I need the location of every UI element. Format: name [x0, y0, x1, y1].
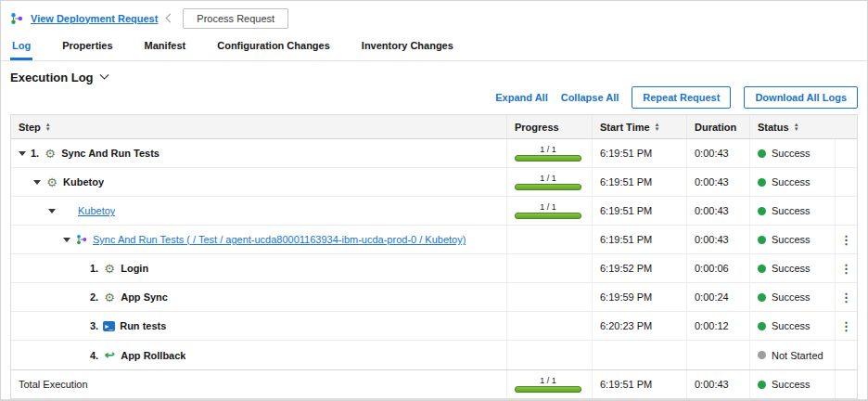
collapse-all-link[interactable]: Collapse All [561, 92, 619, 103]
tab-properties[interactable]: Properties [60, 36, 114, 60]
step-cell: 4.↩App Rollback [11, 341, 506, 369]
log-row: 1.⚙Login6:19:52 PM0:00:06Success⋮ [11, 254, 857, 283]
column-header-step[interactable]: Step▲▼ [11, 115, 506, 138]
view-deployment-request-link[interactable]: View Deployment Request [31, 13, 158, 24]
table-header-row: Step▲▼ProgressStart Time▲▼DurationStatus… [11, 115, 857, 139]
duration-cell [686, 341, 749, 369]
step-link[interactable]: Kubetoy [78, 205, 115, 216]
log-toolbar: Expand All Collapse All Repeat Request D… [10, 86, 858, 109]
sort-icon[interactable]: ▲▼ [655, 123, 660, 132]
step-label: Login [121, 263, 148, 274]
kebab-menu-icon[interactable]: ⋮ [840, 319, 852, 333]
column-header-label: Start Time [600, 122, 650, 133]
progress-indicator: 1 / 1 [515, 202, 581, 219]
status-label: Success [772, 320, 811, 331]
execution-log-table: Step▲▼ProgressStart Time▲▼DurationStatus… [10, 114, 858, 399]
tab-manifest[interactable]: Manifest [143, 36, 188, 60]
kebab-cell: ⋮ [835, 226, 857, 253]
step-cell: 2.⚙App Sync [11, 283, 506, 311]
duration-cell: 0:00:43 [686, 226, 749, 253]
gear-icon: ⚙ [103, 263, 116, 275]
status-cell: Success [749, 312, 835, 340]
step-number: 1. [31, 148, 39, 159]
column-header-status[interactable]: Status▲▼ [749, 115, 835, 138]
step-link[interactable]: Sync And Run Tests ( / Test / agent-ucda… [93, 234, 466, 245]
log-row: 1.⚙Sync And Run Tests1 / 16:19:51 PM0:00… [11, 139, 857, 168]
expand-caret-icon[interactable] [48, 209, 56, 213]
duration-cell: 0:00:24 [686, 283, 749, 311]
breadcrumb: View Deployment Request Process Request [1, 1, 867, 29]
status-dot [758, 236, 766, 244]
terminal-icon: ▸_ [103, 321, 115, 331]
total-label: Total Execution [19, 379, 88, 390]
status-dot [758, 381, 766, 389]
progress-cell [506, 283, 592, 311]
rollback-arrow-icon: ↩ [103, 349, 116, 361]
status-cell: Success [749, 139, 835, 167]
duration-cell: 0:00:43 [686, 197, 749, 225]
status-cell: Success [749, 197, 835, 225]
status-label: Success [772, 205, 811, 216]
step-cell: ⚙Kubetoy [11, 168, 506, 196]
status-dot [758, 322, 766, 330]
total-label-cell: Total Execution [11, 370, 506, 398]
progress-bar [515, 386, 581, 393]
status-cell: Success [749, 254, 835, 282]
duration-cell: 0:00:43 [686, 168, 749, 196]
progress-indicator: 1 / 1 [515, 174, 581, 190]
kebab-cell: ⋮ [835, 254, 857, 282]
tab-configuration-changes[interactable]: Configuration Changes [215, 36, 332, 60]
status-dot [758, 351, 766, 359]
progress-label: 1 / 1 [515, 174, 581, 183]
step-cell: 1.⚙Login [11, 254, 506, 282]
step-cell: 1.⚙Sync And Run Tests [11, 139, 506, 167]
gear-icon: ⚙ [44, 148, 57, 160]
repeat-request-button[interactable]: Repeat Request [632, 86, 731, 109]
status-cell: Success [749, 226, 835, 253]
kebab-menu-icon[interactable]: ⋮ [840, 262, 852, 276]
component-icon [60, 205, 73, 217]
page: View Deployment Request Process Request … [0, 0, 868, 401]
expand-caret-icon[interactable] [33, 180, 41, 185]
total-status-cell: Success [749, 370, 835, 398]
step-cell: Sync And Run Tests ( / Test / agent-ucda… [11, 226, 506, 253]
log-row: Sync And Run Tests ( / Test / agent-ucda… [11, 226, 857, 254]
progress-cell [506, 341, 592, 369]
expand-all-link[interactable]: Expand All [495, 92, 547, 103]
step-number: 4. [90, 350, 98, 361]
step-label: Sync And Run Tests [61, 148, 160, 159]
tab-inventory-changes[interactable]: Inventory Changes [360, 36, 455, 60]
status-dot [758, 149, 766, 158]
status-dot [758, 207, 766, 215]
start-time-cell: 6:20:23 PM [592, 312, 686, 340]
progress-cell [506, 312, 592, 340]
progress-bar-fill [515, 184, 581, 190]
expand-caret-icon[interactable] [19, 151, 26, 156]
gear-icon: ⚙ [45, 176, 58, 188]
deployment-request-icon [10, 12, 23, 25]
chevron-left-icon [166, 14, 175, 23]
progress-cell: 1 / 1 [506, 197, 592, 225]
status-cell: Success [749, 168, 835, 196]
download-all-logs-button[interactable]: Download All Logs [744, 86, 858, 109]
progress-indicator: 1 / 1 [515, 145, 581, 162]
log-row: 2.⚙App Sync6:19:59 PM0:00:24Success⋮ [11, 283, 857, 312]
sort-icon[interactable]: ▲▼ [45, 123, 51, 132]
status-label: Success [772, 263, 811, 274]
duration-cell: 0:00:12 [686, 312, 749, 340]
column-header-progress: Progress [506, 115, 592, 138]
tab-log[interactable]: Log [10, 36, 32, 60]
column-header-start-time[interactable]: Start Time▲▼ [592, 115, 686, 138]
kebab-cell [835, 139, 857, 167]
chevron-down-icon[interactable] [99, 71, 108, 80]
expand-caret-icon[interactable] [63, 238, 70, 242]
status-label: Success [772, 379, 811, 390]
start-time-cell: 6:19:52 PM [592, 254, 686, 282]
status-cell: Not Started [749, 341, 835, 369]
gear-icon: ⚙ [103, 291, 116, 304]
kebab-menu-icon[interactable]: ⋮ [840, 233, 852, 247]
kebab-menu-icon[interactable]: ⋮ [840, 291, 852, 304]
total-progress-cell: 1 / 1 [506, 370, 592, 398]
kebab-cell [835, 370, 857, 398]
sort-icon[interactable]: ▲▼ [794, 123, 799, 132]
